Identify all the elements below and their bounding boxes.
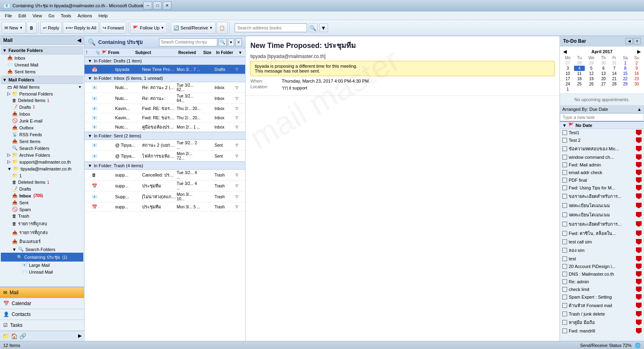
message-row-trash-4[interactable]: 📅 supp... ประชุมทีม Mon 3/... 5 ... Tras… <box>85 202 245 212</box>
cal-day[interactable]: 26 <box>585 81 598 87</box>
cal-day[interactable]: 11 <box>574 71 585 76</box>
sidebar-tipyada-inbox-th[interactable]: 📥 อินเมลบอร์ <box>1 237 83 246</box>
message-row-trash-1[interactable]: 🗑 supp... Cancelled: ประชุมทีม Tue 3/2..… <box>85 170 245 181</box>
task-flag-icon[interactable] <box>636 162 642 168</box>
menu-go[interactable]: Go <box>45 12 58 19</box>
sidebar-personal-folders[interactable]: ▷ 📁 Personal Folders <box>1 90 83 97</box>
reply-all-button[interactable]: ↩↩ Reply to All <box>63 22 99 34</box>
cal-day[interactable]: 17 <box>561 76 574 81</box>
cal-day[interactable]: 1 <box>561 87 574 92</box>
folder-group-inbox-expand[interactable]: ▼ <box>88 76 92 81</box>
cal-day[interactable]: 18 <box>574 76 585 81</box>
address-search-button[interactable]: 🔍 <box>309 23 318 32</box>
sidebar-large-mail[interactable]: 📧 Large Mail <box>1 262 83 268</box>
task-flag-icon[interactable] <box>636 328 642 334</box>
cal-day[interactable]: 1 <box>619 60 631 66</box>
cal-day[interactable]: 3 <box>561 66 574 71</box>
cal-day[interactable]: 2 <box>631 60 642 66</box>
cal-day[interactable]: 21 <box>609 76 619 81</box>
col-header-from[interactable]: From <box>108 50 134 55</box>
col-header-folder[interactable]: In Folder <box>216 50 236 55</box>
sidebar-rss[interactable]: 📡 RSS Feeds <box>1 131 83 138</box>
cal-day[interactable]: 14 <box>609 71 619 76</box>
task-flag-icon[interactable] <box>636 170 642 175</box>
sidebar-all-mail[interactable]: 🗃 All Mail Items ▼ <box>1 84 83 90</box>
task-flag-icon[interactable] <box>636 203 642 208</box>
message-row-trash-2[interactable]: 📅 supp... ประชุมทีม Tue 3/2... 4 ... Tra… <box>85 181 245 191</box>
sidebar-shortcuts-icon[interactable]: 🔗 <box>19 333 26 339</box>
cal-day[interactable]: 15 <box>619 71 631 76</box>
cal-day[interactable]: 19 <box>585 76 598 81</box>
address-search-extra[interactable]: ▼ <box>319 23 328 32</box>
message-row-sent-1[interactable]: 📧 @ Tipya... สถานะ 2 (แยกไฟล์ด้วย) Tue 3… <box>85 140 245 151</box>
middle-search-input[interactable] <box>159 38 217 46</box>
sidebar-search-folders[interactable]: 🔍 Search Folders <box>1 145 83 152</box>
cal-day[interactable]: 24 <box>561 81 574 87</box>
cal-day[interactable]: 9 <box>631 66 642 71</box>
new-button[interactable]: ✉ New ▼ <box>2 22 26 34</box>
cal-day[interactable]: 29 <box>585 60 598 66</box>
bottom-nav-tasks[interactable]: ☑ Tasks <box>0 320 84 331</box>
task-group-no-date-header[interactable]: ▼ 🚩 No Date <box>560 122 644 129</box>
task-flag-icon[interactable] <box>636 239 642 245</box>
cal-day[interactable]: 16 <box>631 71 642 76</box>
sidebar-home-icon[interactable]: 🏠 <box>11 333 18 339</box>
sidebar-archive-folders[interactable]: ▷ 📁 Archive Folders <box>1 152 83 158</box>
task-flag-icon[interactable] <box>636 146 642 152</box>
all-mail-dropdown[interactable]: ▼ <box>78 85 82 89</box>
menu-tools[interactable]: Tools <box>58 12 74 19</box>
new-dropdown-arrow[interactable]: ▼ <box>19 26 23 30</box>
cal-day[interactable]: 10 <box>561 71 574 76</box>
sidebar-inbox[interactable]: 📥 Inbox <box>1 110 83 117</box>
col-header-subject[interactable]: Subject <box>135 50 178 55</box>
task-checkbox[interactable] <box>562 320 567 325</box>
sidebar-item-inbox-favorite[interactable]: 📥 Inbox <box>1 54 83 61</box>
task-flag-icon[interactable] <box>636 185 642 191</box>
menu-view[interactable]: View <box>29 12 45 19</box>
task-checkbox[interactable] <box>562 272 567 276</box>
message-row-inbox-4[interactable]: 📧 Kavin... Fwd: RE: ขอรายชื่อห้องประชุมข… <box>85 113 245 123</box>
reply-button[interactable]: ↩ Reply <box>40 22 62 34</box>
cal-day[interactable]: 28 <box>609 81 619 87</box>
task-flag-icon[interactable] <box>636 264 642 269</box>
sidebar-tipyada-spam[interactable]: 🚫 Spam <box>1 206 83 213</box>
sidebar-item-unread-favorite[interactable]: 📨 Unread Mail <box>1 61 83 68</box>
follow-up-dropdown-arrow[interactable]: ▼ <box>161 26 164 30</box>
menu-file[interactable]: File <box>2 12 15 19</box>
folder-group-drafts-expand[interactable]: ▼ <box>88 58 92 63</box>
task-checkbox[interactable] <box>562 312 567 316</box>
delete-button[interactable]: 🗑 <box>27 22 37 34</box>
sidebar-tipyada-deleted-th[interactable]: 🗑 รายการที่ถูกลบ <box>1 219 83 228</box>
cal-day[interactable]: 31 <box>609 60 619 66</box>
message-row-inbox-3[interactable]: 📧 Kavin... Fwd: RE: ขอรายชื่อห้องประชุมข… <box>85 104 245 113</box>
mail-folders-header[interactable]: ▼ Mail Folders <box>1 76 83 84</box>
message-row-inbox-5[interactable]: 📧 Nutc... คู่มือขอห้องประชุมของ Siam Top… <box>85 123 245 132</box>
task-flag-icon[interactable] <box>636 271 642 277</box>
task-checkbox[interactable] <box>562 295 567 299</box>
cal-day[interactable]: 27 <box>561 60 574 66</box>
cal-day[interactable]: 8 <box>619 66 631 71</box>
task-checkbox[interactable] <box>562 130 567 135</box>
sidebar-tipyada-drafts[interactable]: 📝 Drafts <box>1 185 83 192</box>
close-button[interactable]: ✕ <box>163 2 171 10</box>
cal-day[interactable]: 13 <box>598 71 609 76</box>
folder-group-sent-expand[interactable]: ▼ <box>88 133 92 138</box>
bottom-nav-calendar[interactable]: 📅 Calendar <box>0 298 84 309</box>
cal-day[interactable]: 23 <box>631 76 642 81</box>
message-row-trash-3[interactable]: 📧 Supp... [ไม่น่าห่วง(สแกนด้วย) Read: ปร… <box>85 191 245 202</box>
menu-actions[interactable]: Actions <box>74 12 95 19</box>
message-row-draft-1[interactable]: 📅 tipyada New Time Proposed: ประชุมทีม M… <box>85 65 245 74</box>
task-checkbox[interactable] <box>562 194 567 199</box>
task-flag-icon[interactable] <box>636 154 642 160</box>
sidebar-outbox[interactable]: 📤 Outbox <box>1 124 83 131</box>
sidebar-sent-items[interactable]: 📤 Sent Items <box>1 138 83 145</box>
task-checkbox[interactable] <box>562 256 567 261</box>
bottom-nav-contacts[interactable]: 👤 Contacts <box>0 309 84 320</box>
task-checkbox[interactable] <box>562 170 567 175</box>
task-flag-icon[interactable] <box>636 177 642 183</box>
message-row-inbox-1[interactable]: 📧 Nutc... Re: สถานะ 2 (แยกไฟล์ด้วย) Tue … <box>85 82 245 93</box>
task-flag-icon[interactable] <box>636 231 642 236</box>
cal-day[interactable]: 12 <box>585 71 598 76</box>
sidebar-containing-prachum[interactable]: 🔍 Containing ประชุม (1) <box>1 253 83 262</box>
middle-search-go-button[interactable]: 🔍 <box>219 38 227 46</box>
